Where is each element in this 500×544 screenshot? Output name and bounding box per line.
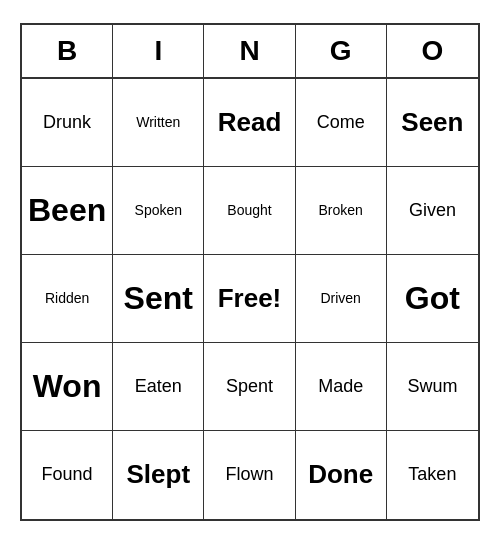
bingo-header: BINGO	[22, 25, 478, 79]
cell-text: Been	[28, 191, 106, 229]
header-cell: B	[22, 25, 113, 77]
grid-cell: Made	[296, 343, 387, 431]
grid-cell: Eaten	[113, 343, 204, 431]
grid-cell: Seen	[387, 79, 478, 167]
cell-text: Slept	[127, 459, 191, 490]
grid-cell: Sent	[113, 255, 204, 343]
bingo-grid: DrunkWrittenReadComeSeenBeenSpokenBought…	[22, 79, 478, 519]
header-cell: N	[204, 25, 295, 77]
grid-cell: Swum	[387, 343, 478, 431]
cell-text: Written	[136, 114, 180, 131]
grid-cell: Written	[113, 79, 204, 167]
cell-text: Broken	[319, 202, 363, 219]
header-cell: O	[387, 25, 478, 77]
grid-cell: Flown	[204, 431, 295, 519]
grid-cell: Given	[387, 167, 478, 255]
cell-text: Flown	[225, 464, 273, 486]
cell-text: Free!	[218, 283, 282, 314]
grid-cell: Drunk	[22, 79, 113, 167]
cell-text: Given	[409, 200, 456, 222]
grid-cell: Slept	[113, 431, 204, 519]
cell-text: Taken	[408, 464, 456, 486]
grid-cell: Found	[22, 431, 113, 519]
cell-text: Eaten	[135, 376, 182, 398]
grid-cell: Read	[204, 79, 295, 167]
grid-cell: Been	[22, 167, 113, 255]
cell-text: Sent	[124, 279, 193, 317]
grid-cell: Spent	[204, 343, 295, 431]
cell-text: Bought	[227, 202, 271, 219]
grid-cell: Got	[387, 255, 478, 343]
cell-text: Found	[42, 464, 93, 486]
grid-cell: Come	[296, 79, 387, 167]
header-cell: G	[296, 25, 387, 77]
grid-cell: Ridden	[22, 255, 113, 343]
cell-text: Got	[405, 279, 460, 317]
cell-text: Ridden	[45, 290, 89, 307]
cell-text: Made	[318, 376, 363, 398]
cell-text: Drunk	[43, 112, 91, 134]
grid-cell: Done	[296, 431, 387, 519]
grid-cell: Taken	[387, 431, 478, 519]
cell-text: Spent	[226, 376, 273, 398]
cell-text: Won	[33, 367, 102, 405]
grid-cell: Spoken	[113, 167, 204, 255]
cell-text: Driven	[320, 290, 360, 307]
grid-cell: Won	[22, 343, 113, 431]
cell-text: Read	[218, 107, 282, 138]
grid-cell: Bought	[204, 167, 295, 255]
cell-text: Swum	[407, 376, 457, 398]
cell-text: Spoken	[135, 202, 182, 219]
bingo-card: BINGO DrunkWrittenReadComeSeenBeenSpoken…	[20, 23, 480, 521]
grid-cell: Driven	[296, 255, 387, 343]
cell-text: Come	[317, 112, 365, 134]
header-cell: I	[113, 25, 204, 77]
grid-cell: Free!	[204, 255, 295, 343]
cell-text: Done	[308, 459, 373, 490]
cell-text: Seen	[401, 107, 463, 138]
grid-cell: Broken	[296, 167, 387, 255]
